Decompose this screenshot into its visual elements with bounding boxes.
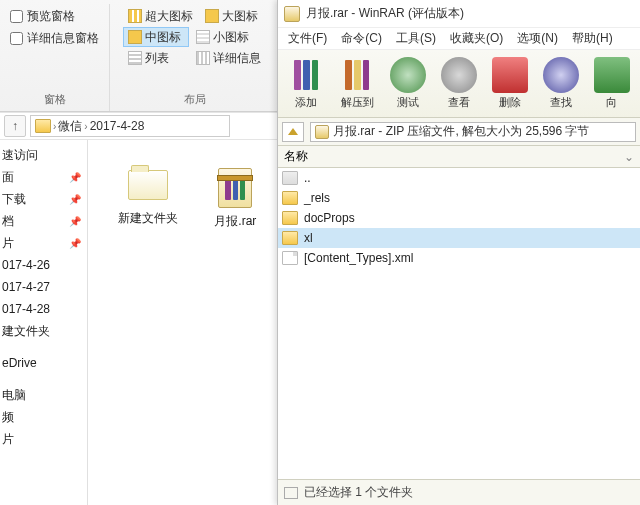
list-item-xl[interactable]: xl — [278, 228, 640, 248]
toolbar-test-button[interactable]: 测试 — [384, 57, 433, 110]
ribbon-group-panes-label: 窗格 — [44, 90, 66, 111]
nav-this-pc[interactable]: 电脑 — [0, 384, 87, 406]
folder-icon — [282, 211, 298, 225]
status-icon — [284, 487, 298, 499]
archive-path-field[interactable]: 月报.rar - ZIP 压缩文件, 解包大小为 25,596 字节 — [310, 122, 636, 142]
folder-icon — [128, 170, 168, 200]
chevron-down-icon: ⌄ — [624, 150, 634, 164]
status-text: 已经选择 1 个文件夹 — [304, 484, 413, 501]
nav-date-3[interactable]: 017-4-28 — [0, 298, 87, 320]
pin-icon: 📌 — [69, 216, 81, 227]
medium-icons-icon — [128, 30, 142, 44]
layout-medium-icons[interactable]: 中图标 — [123, 27, 189, 47]
large-icons-icon — [205, 9, 219, 23]
layout-large-label: 大图标 — [222, 8, 258, 25]
nav-date-1[interactable]: 017-4-26 — [0, 254, 87, 276]
winrar-window: 月报.rar - WinRAR (评估版本) 文件(F) 命令(C) 工具(S)… — [277, 0, 640, 505]
layout-small-icons[interactable]: 小图标 — [191, 27, 257, 47]
winrar-app-icon — [284, 6, 300, 22]
winrar-toolbar: 添加 解压到 测试 查看 删除 查找 向 — [278, 50, 640, 118]
layout-large-icons[interactable]: 大图标 — [200, 6, 266, 26]
menu-favorites[interactable]: 收藏夹(O) — [444, 28, 509, 49]
rar-archive-icon — [315, 125, 329, 139]
layout-details[interactable]: 详细信息 — [191, 48, 266, 68]
nav-pictures-2-label: 片 — [2, 431, 14, 448]
nav-desktop[interactable]: 面📌 — [0, 166, 87, 188]
list-item-content-types[interactable]: [Content_Types].xml — [278, 248, 640, 268]
toolbar-delete-button[interactable]: 删除 — [485, 57, 534, 110]
nav-videos-label: 频 — [2, 409, 14, 426]
list-icon — [128, 51, 142, 65]
nav-downloads[interactable]: 下载📌 — [0, 188, 87, 210]
folder-up-icon — [282, 171, 298, 185]
toolbar-wizard-button[interactable]: 向 — [587, 57, 636, 110]
column-name: 名称 — [284, 148, 308, 165]
file-tile-rar[interactable]: 月报.rar — [199, 167, 271, 230]
winrar-column-header[interactable]: 名称 ⌄ — [278, 146, 640, 168]
nav-date-3-label: 017-4-28 — [2, 302, 50, 316]
nav-downloads-label: 下载 — [2, 191, 26, 208]
winrar-titlebar[interactable]: 月报.rar - WinRAR (评估版本) — [278, 0, 640, 28]
nav-new-folder[interactable]: 建文件夹 — [0, 320, 87, 342]
list-item-updir[interactable]: .. — [278, 168, 640, 188]
toolbar-test-label: 测试 — [397, 95, 419, 110]
menu-file[interactable]: 文件(F) — [282, 28, 333, 49]
list-item-rels[interactable]: _rels — [278, 188, 640, 208]
toolbar-view-button[interactable]: 查看 — [435, 57, 484, 110]
wizard-icon — [594, 57, 630, 93]
breadcrumb-seg-1[interactable]: 微信 — [58, 118, 82, 135]
details-icon — [196, 51, 210, 65]
preview-pane-checkbox[interactable] — [10, 10, 23, 23]
file-tile-new-folder-label: 新建文件夹 — [118, 210, 178, 227]
list-item-docprops[interactable]: docProps — [278, 208, 640, 228]
nav-quick-access-label: 速访问 — [2, 147, 38, 164]
menu-tools[interactable]: 工具(S) — [390, 28, 442, 49]
nav-new-folder-label: 建文件夹 — [2, 323, 50, 340]
up-arrow-icon — [288, 128, 298, 135]
details-pane-toggle[interactable]: 详细信息窗格 — [10, 28, 99, 48]
menu-options[interactable]: 选项(N) — [511, 28, 564, 49]
nav-documents[interactable]: 档📌 — [0, 210, 87, 232]
view-icon — [441, 57, 477, 93]
nav-pictures[interactable]: 片📌 — [0, 232, 87, 254]
details-pane-checkbox[interactable] — [10, 32, 23, 45]
menu-help[interactable]: 帮助(H) — [566, 28, 619, 49]
breadcrumb-seg-2[interactable]: 2017-4-28 — [90, 119, 145, 133]
nav-date-2[interactable]: 017-4-27 — [0, 276, 87, 298]
layout-extra-large-icons[interactable]: 超大图标 — [123, 6, 198, 26]
nav-videos[interactable]: 频 — [0, 406, 87, 428]
nav-documents-label: 档 — [2, 213, 14, 230]
ribbon-group-layout-label: 布局 — [184, 90, 206, 111]
small-icons-icon — [196, 30, 210, 44]
nav-back-button[interactable]: ↑ — [4, 115, 26, 137]
layout-details-label: 详细信息 — [213, 50, 261, 67]
toolbar-extract-label: 解压到 — [341, 95, 374, 110]
toolbar-add-button[interactable]: 添加 — [282, 57, 331, 110]
archive-path-text: 月报.rar - ZIP 压缩文件, 解包大小为 25,596 字节 — [333, 123, 590, 140]
file-tile-new-folder[interactable]: 新建文件夹 — [112, 164, 184, 227]
list-item-rels-label: _rels — [304, 191, 330, 205]
breadcrumb-path[interactable]: › 微信 › 2017-4-28 — [30, 115, 230, 137]
nav-onedrive[interactable]: eDrive — [0, 352, 87, 374]
winrar-pathbar: 月报.rar - ZIP 压缩文件, 解包大小为 25,596 字节 — [278, 118, 640, 146]
toolbar-find-button[interactable]: 查找 — [536, 57, 585, 110]
layout-list-label: 列表 — [145, 50, 169, 67]
xml-file-icon — [282, 251, 298, 265]
toolbar-view-label: 查看 — [448, 95, 470, 110]
nav-tree: 速访问 面📌 下载📌 档📌 片📌 017-4-26 017-4-27 017-4… — [0, 140, 88, 505]
winrar-file-list[interactable]: .. _rels docProps xl [Content_Types].xml — [278, 168, 640, 479]
folder-icon — [282, 231, 298, 245]
winrar-menubar: 文件(F) 命令(C) 工具(S) 收藏夹(O) 选项(N) 帮助(H) — [278, 28, 640, 50]
preview-pane-toggle[interactable]: 预览窗格 — [10, 6, 99, 26]
toolbar-add-label: 添加 — [295, 95, 317, 110]
nav-pictures-2[interactable]: 片 — [0, 428, 87, 450]
menu-commands[interactable]: 命令(C) — [335, 28, 388, 49]
add-icon — [288, 57, 324, 93]
up-directory-button[interactable] — [282, 122, 304, 142]
layout-medium-label: 中图标 — [145, 29, 181, 46]
nav-quick-access[interactable]: 速访问 — [0, 144, 87, 166]
chevron-right-icon: › — [84, 121, 87, 132]
toolbar-extract-button[interactable]: 解压到 — [333, 57, 382, 110]
layout-list[interactable]: 列表 — [123, 48, 189, 68]
toolbar-delete-label: 删除 — [499, 95, 521, 110]
